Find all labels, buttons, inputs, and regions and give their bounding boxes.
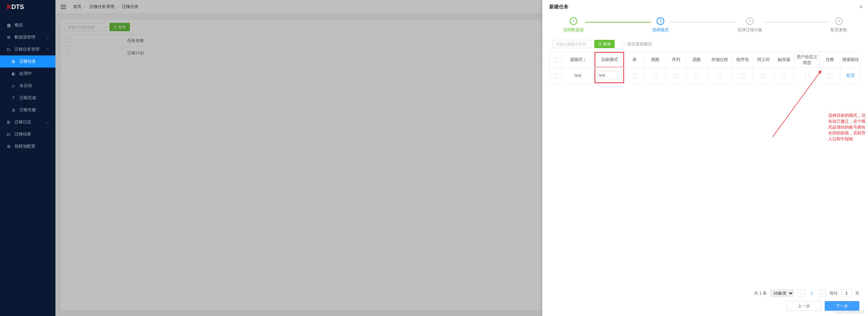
goto-page-input[interactable] xyxy=(841,289,852,297)
checkbox[interactable] xyxy=(553,73,558,78)
step-2[interactable]: 2选择模式 xyxy=(652,17,669,33)
schema-table: 源模式▲▼ 目标模式 表 视图 序列 函数 存储过程 程序包 同义词 触发器 用… xyxy=(549,52,861,84)
annotation-text: 选择目标的模式，没有自己建立，这个模式必须你的账号拥有全部的权限，否则导入过程中… xyxy=(828,113,868,142)
nav-done[interactable]: ⤒迁移完成 xyxy=(0,92,55,104)
checkbox[interactable] xyxy=(653,73,657,78)
checkbox[interactable] xyxy=(782,73,786,78)
nav-label: 线程池配置 xyxy=(15,143,35,149)
col-package: 程序包 xyxy=(732,52,753,68)
query-button[interactable]: Q查询 xyxy=(594,40,615,48)
col-synonym: 同义词 xyxy=(753,52,774,68)
step-line xyxy=(764,22,829,23)
step-line xyxy=(585,22,651,23)
checkbox[interactable] xyxy=(694,73,699,78)
cell-source-schema: test xyxy=(562,68,595,83)
sort-icon: ▲▼ xyxy=(584,58,586,62)
cell-target-schema: test xyxy=(595,68,624,83)
th-label: 目标模式 xyxy=(601,57,618,63)
chevron-up-icon: ⌃ xyxy=(46,47,49,51)
col-view: 视图 xyxy=(645,52,666,68)
nav-label: 数据源管理 xyxy=(15,34,35,40)
grid-icon: ▦ xyxy=(6,23,11,28)
step-4[interactable]: 4配置参数 xyxy=(831,17,847,33)
chevron-down-icon: ⌄ xyxy=(46,120,49,124)
col-procedure: 存储过程 xyxy=(707,52,732,68)
btn-label: 查询 xyxy=(603,42,611,47)
page-suffix: 页 xyxy=(855,290,859,296)
step-label: 配置参数 xyxy=(831,27,847,33)
cell-proc-check xyxy=(707,68,732,83)
folder-icon: 🗀 xyxy=(6,132,11,137)
checkbox[interactable] xyxy=(761,73,765,78)
pagination: 共 1 条 10条/页 ‹ 1 › 前往 页 xyxy=(754,289,859,297)
play-icon: ▷ xyxy=(11,84,16,88)
step-line xyxy=(670,22,736,23)
step-label: 选择模式 xyxy=(652,27,669,33)
checkbox[interactable] xyxy=(717,73,722,78)
col-source-schema[interactable]: 源模式▲▼ xyxy=(562,52,595,68)
prev-page-button[interactable]: ‹ xyxy=(797,289,805,297)
configure-link[interactable]: 配置 xyxy=(847,73,855,79)
nav-tasks[interactable]: 🗎迁移任务 xyxy=(0,55,55,68)
nav-label: 迁移失败 xyxy=(19,107,36,113)
paper-icon: 🗎 xyxy=(11,59,16,64)
logo-dts: DTS xyxy=(11,3,24,11)
nav-label: 处理中 xyxy=(19,71,32,77)
row-checkbox xyxy=(550,68,562,83)
checkbox-label: 包含系统模式 xyxy=(627,41,652,47)
page-size-select[interactable]: 10条/页 xyxy=(770,289,794,297)
page-number[interactable]: 1 xyxy=(808,291,815,296)
col-target-schema: 目标模式 xyxy=(595,52,624,67)
checkbox[interactable] xyxy=(827,73,832,78)
nav-taskmgmt[interactable]: 🗀迁移任务管理⌃ xyxy=(0,43,55,55)
search-icon: Q xyxy=(598,42,602,46)
clock-icon: ◐ xyxy=(11,71,16,76)
nav-log[interactable]: 🗎迁移日志⌄ xyxy=(0,116,55,128)
nav-datasource[interactable]: ⚙数据源管理⌄ xyxy=(0,31,55,43)
close-icon[interactable]: × xyxy=(859,3,863,11)
goto-label: 前往 xyxy=(830,290,838,296)
col-trigger: 触发器 xyxy=(774,52,795,68)
col-table: 表 xyxy=(624,52,645,68)
next-page-button[interactable]: › xyxy=(818,289,826,297)
nav-label: 迁移任务 xyxy=(19,59,36,64)
doc-icon: 🗎 xyxy=(6,120,11,125)
nav-result[interactable]: 🗀迁移结果 xyxy=(0,128,55,140)
nav-threadpool[interactable]: ⚙线程池配置 xyxy=(0,140,55,152)
checkbox[interactable] xyxy=(632,73,637,78)
cell-search-path: 配置 xyxy=(840,68,861,83)
include-sys-checkbox[interactable]: 包含系统模式 xyxy=(621,41,652,47)
prev-step-button[interactable]: 上一步 xyxy=(787,301,821,311)
target-schema-select[interactable]: test xyxy=(597,71,622,79)
warn-icon: ⊘ xyxy=(11,108,16,113)
checkbox[interactable] xyxy=(740,73,745,78)
check-icon: ✓ xyxy=(570,17,577,25)
chevron-down-icon: ⌄ xyxy=(46,35,49,39)
modal-toolbar: Q查询 包含系统模式 xyxy=(542,40,868,52)
checkbox[interactable] xyxy=(805,73,809,78)
step-1[interactable]: ✓选择数据源 xyxy=(563,17,584,33)
step-3[interactable]: 3选择迁移对象 xyxy=(737,17,762,33)
header-checkbox xyxy=(550,52,562,68)
col-sequence: 序列 xyxy=(666,52,686,68)
nav-label: 迁移日志 xyxy=(15,119,31,125)
gear-icon: ⚙ xyxy=(6,144,11,149)
nav-notstarted[interactable]: ▷未启动 xyxy=(0,80,55,92)
folder-icon: 🗀 xyxy=(6,47,11,52)
nav-label: 迁移完成 xyxy=(19,95,36,101)
cell-trg-check xyxy=(774,68,795,83)
col-search-path: 搜索路径 xyxy=(840,52,861,68)
nav-failed[interactable]: ⊘迁移失败 xyxy=(0,104,55,116)
checkbox[interactable] xyxy=(621,42,625,46)
nav-overview[interactable]: ▦概览 xyxy=(0,19,55,31)
checkbox[interactable] xyxy=(553,58,558,62)
step-num: 3 xyxy=(746,17,754,25)
th-label: 源模式 xyxy=(570,57,582,63)
nav-processing[interactable]: ◐处理中 xyxy=(0,68,55,80)
step-label: 选择迁移对象 xyxy=(737,27,762,33)
step-num: 4 xyxy=(835,17,843,25)
schema-search-input[interactable] xyxy=(553,40,591,48)
col-comment: 注释 xyxy=(819,52,840,68)
checkbox[interactable] xyxy=(674,73,678,78)
watermark: CSDN @技术很渣 xyxy=(834,309,865,315)
